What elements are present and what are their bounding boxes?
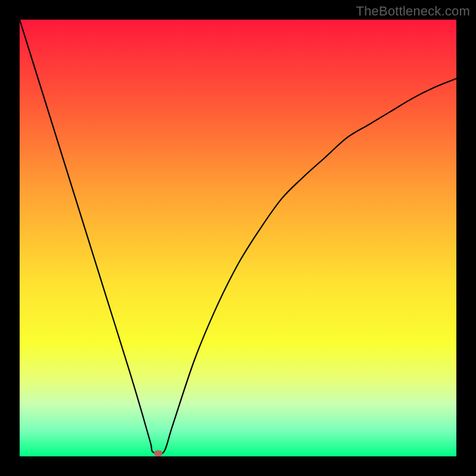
bottleneck-curve-path	[20, 20, 456, 455]
minimum-marker	[154, 450, 162, 456]
curve-svg	[20, 20, 456, 456]
watermark-text: TheBottleneck.com	[356, 4, 470, 19]
plot-area	[20, 20, 456, 456]
chart-frame: TheBottleneck.com	[0, 0, 476, 476]
